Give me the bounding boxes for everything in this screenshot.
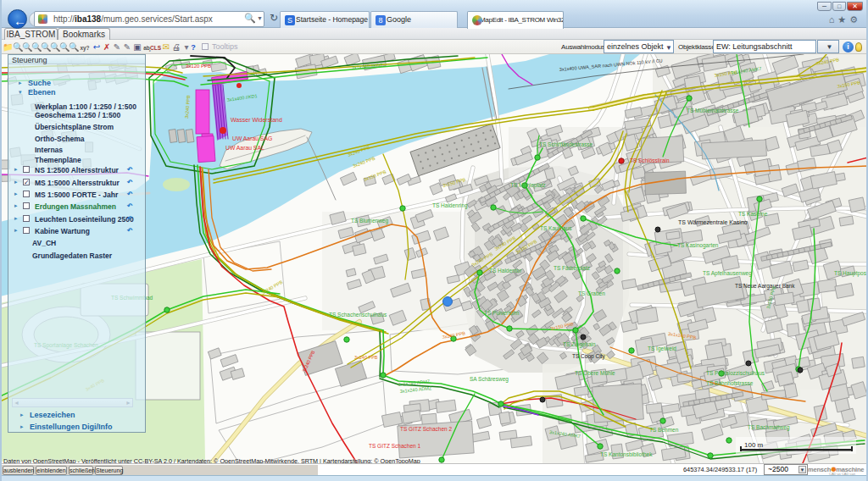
svg-text:3x120 PPB: 3x120 PPB [186, 64, 211, 69]
svg-text:TS Igelweid: TS Igelweid [648, 346, 676, 352]
svg-text:TS Obere Mühle: TS Obere Mühle [575, 370, 615, 376]
svg-text:TS Behmen: TS Behmen [649, 427, 679, 433]
svg-text:TS Pestalozzischulhaus: TS Pestalozzischulhaus [706, 370, 765, 376]
svg-text:TS Haldentor: TS Haldentor [489, 268, 522, 274]
svg-text:TS Haldenring: TS Haldenring [432, 202, 468, 209]
svg-text:TS Blumenweg: TS Blumenweg [351, 218, 388, 224]
svg-text:TS Schlösslirain: TS Schlösslirain [630, 158, 670, 163]
svg-text:TS Kaserne: TS Kaserne [738, 211, 768, 217]
svg-text:TS GITZ Schachen 1: TS GITZ Schachen 1 [369, 443, 420, 449]
svg-text:TS Mühlemattstrasse: TS Mühlemattstrasse [687, 108, 739, 113]
svg-text:UW Aarau SAG: UW Aarau SAG [232, 135, 272, 141]
svg-text:TS Ziegelrain: TS Ziegelrain [563, 341, 596, 348]
svg-text:TS Mühleplatz: TS Mühleplatz [510, 182, 546, 189]
svg-text:100 m: 100 m [744, 441, 764, 449]
svg-text:TS Kaufhaus: TS Kaufhaus [540, 225, 572, 231]
svg-text:TS Hauptpost: TS Hauptpost [834, 270, 868, 277]
svg-text:3x240 PPB: 3x240 PPB [354, 355, 378, 360]
svg-text:TS Coop City: TS Coop City [572, 353, 605, 360]
svg-text:TS Pulverturm: TS Pulverturm [484, 310, 520, 316]
svg-text:TS Kasinogarten: TS Kasinogarten [677, 242, 719, 249]
svg-text:TS Graben: TS Graben [578, 290, 605, 296]
svg-text:TS Neue Aargauer Bank: TS Neue Aargauer Bank [735, 283, 795, 290]
svg-text:TS Wärmezentrale Kasino: TS Wärmezentrale Kasino [678, 219, 748, 225]
svg-text:UW Aarau SAL: UW Aarau SAL [225, 145, 264, 151]
svg-text:TS Schachenschulhaus: TS Schachenschulhaus [329, 312, 387, 318]
svg-text:Wasser Widerstand: Wasser Widerstand [231, 117, 282, 123]
svg-text:TS Bachmattweg: TS Bachmattweg [748, 424, 790, 431]
svg-text:SA Schäresweg: SA Schäresweg [470, 376, 509, 383]
svg-text:TS Schiffländestrasse: TS Schiffländestrasse [539, 141, 593, 147]
svg-text:TS Kantonsbibliothek: TS Kantonsbibliothek [600, 451, 653, 457]
svg-text:TS Bahnhofstrasse: TS Bahnhofstrasse [706, 380, 754, 386]
svg-text:TS Färberplatz: TS Färberplatz [554, 265, 590, 272]
svg-text:TS GITZ Schachen 2: TS GITZ Schachen 2 [400, 426, 452, 432]
svg-text:TS Apfelhausenweg: TS Apfelhausenweg [703, 270, 752, 277]
